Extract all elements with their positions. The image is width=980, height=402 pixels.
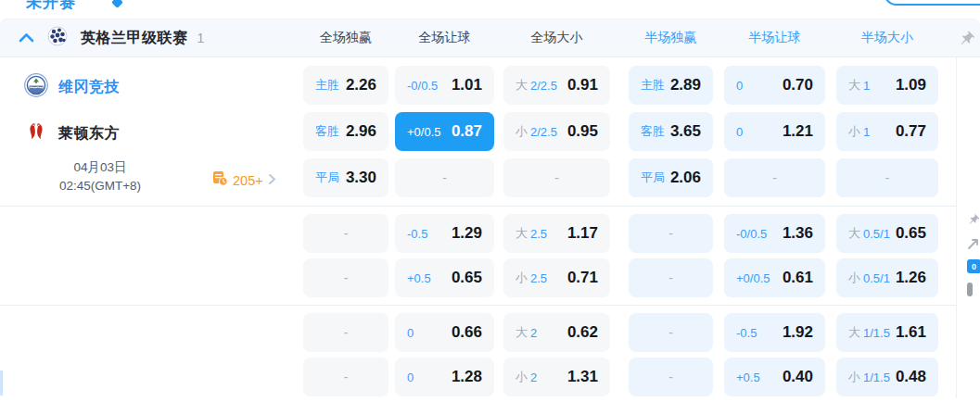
odds-cell[interactable]: -0/0.51.36	[724, 214, 825, 253]
odds-row: -+0.50.65小2.50.71-+0/0.50.61小0.5/11.26	[303, 256, 956, 300]
column-header-4[interactable]: 半场独赢	[629, 30, 713, 46]
odds-cell[interactable]: 01.21	[724, 112, 825, 151]
column-header-1[interactable]: 全场独赢	[303, 30, 388, 46]
odds-cell[interactable]: 大11.09	[836, 66, 938, 105]
home-team[interactable]: 维冈竞技	[24, 73, 120, 101]
column-header-3[interactable]: 全场大小	[503, 30, 610, 46]
away-team-logo-icon	[24, 119, 48, 147]
odds-row: -00.66大20.62--0.51.92大1/1.51.61	[303, 310, 956, 355]
tab-caret-icon	[111, 0, 123, 8]
home-team-logo-icon	[24, 73, 48, 101]
odds-cell[interactable]: 大1/1.51.61	[836, 313, 938, 352]
odds-cell[interactable]: 平局3.30	[303, 158, 388, 197]
odds-group-3: -00.66大20.62--0.51.92大1/1.51.61-01.28小21…	[0, 306, 956, 402]
odds-group-2: --0.51.29大2.51.17--0/0.51.36大0.5/10.65-+…	[0, 207, 956, 306]
odds-cell-empty: -	[303, 214, 388, 253]
match-time: 02:45(GMT+8)	[39, 177, 161, 195]
odds-cell-empty: -	[303, 313, 388, 352]
match-datetime: 04月03日 02:45(GMT+8)	[39, 158, 161, 196]
odds-row: 客胜2.96+0/0.50.87小2/2.50.95客胜3.6501.21小10…	[303, 108, 956, 155]
odds-cell-empty: -	[395, 158, 494, 197]
column-header-2[interactable]: 全场让球	[395, 30, 494, 46]
league-name[interactable]: 英格兰甲级联赛	[81, 29, 188, 48]
away-team[interactable]: 莱顿东方	[24, 119, 120, 147]
right-icon-rail: 0	[956, 57, 980, 398]
odds-cell[interactable]: 01.28	[395, 358, 494, 396]
odds-cell-selected[interactable]: +0/0.50.87	[395, 112, 494, 151]
odds-cell[interactable]: +0/0.50.61	[724, 258, 825, 297]
match-count: 1	[197, 31, 205, 45]
rail-pin-icon[interactable]	[967, 213, 980, 230]
away-team-name: 莱顿东方	[58, 124, 120, 144]
odds-cell[interactable]: 小21.31	[503, 358, 610, 396]
odds-cell[interactable]: 客胜2.96	[303, 112, 388, 151]
odds-row: --0.51.29大2.51.17--0/0.51.36大0.5/10.65	[303, 211, 956, 256]
odds-cell[interactable]: 大2.51.17	[503, 214, 610, 253]
column-header-5[interactable]: 半场让球	[724, 30, 825, 46]
odds-cell-empty: -	[629, 358, 713, 396]
odds-cell[interactable]: 小1/1.50.48	[836, 358, 938, 396]
odds-cell[interactable]: 小2/2.50.95	[503, 112, 610, 151]
column-headers: 全场独赢全场让球全场大小半场独赢半场让球半场大小	[303, 19, 938, 57]
odds-cell-empty: -	[503, 158, 610, 197]
markets-count-icon	[212, 170, 228, 190]
league-icon	[47, 26, 68, 50]
odds-cell[interactable]: 00.70	[724, 66, 825, 105]
odds-cell-empty: -	[629, 313, 713, 352]
match-date: 04月03日	[39, 158, 161, 177]
betting-odds-page: 未开赛 英格兰甲级联赛	[0, 0, 980, 402]
odds-cell[interactable]: 小2.50.71	[503, 258, 610, 297]
markets-count: 205+	[233, 173, 263, 188]
odds-cell-empty: -	[629, 258, 713, 297]
odds-cell[interactable]: 小10.77	[836, 112, 938, 151]
odds-cell[interactable]: -0/0.51.01	[395, 66, 494, 105]
left-edge-scroll-sliver	[0, 371, 3, 396]
pin-icon[interactable]	[958, 30, 975, 51]
odds-cell-empty: -	[724, 158, 825, 197]
collapse-chevron-icon[interactable]	[19, 30, 34, 46]
more-markets-chevron-icon	[268, 172, 276, 189]
rail-blue-badge-icon[interactable]: 0	[967, 259, 980, 273]
odds-cell[interactable]: -0.51.92	[724, 313, 825, 352]
odds-cell[interactable]: 大2/2.50.91	[503, 66, 610, 105]
tab-not-started[interactable]: 未开赛	[26, 0, 76, 13]
league-header: 英格兰甲级联赛 1 全场独赢全场让球全场大小半场独赢半场让球半场大小	[0, 19, 980, 57]
odds-cell[interactable]: 客胜3.65	[629, 112, 713, 151]
top-tab-strip: 未开赛	[0, 0, 980, 19]
odds-cell[interactable]: +0.50.65	[395, 258, 494, 297]
odds-cell-empty: -	[303, 258, 388, 297]
odds-cell-empty: -	[629, 214, 713, 253]
top-right-filter-button[interactable]	[884, 0, 980, 6]
home-team-name: 维冈竞技	[58, 78, 120, 97]
column-header-6[interactable]: 半场大小	[836, 30, 938, 46]
odds-cell[interactable]: 00.66	[395, 313, 494, 352]
odds-cell-empty: -	[303, 358, 388, 396]
odds-row: 主胜2.26-0/0.51.01大2/2.50.91主胜2.8900.70大11…	[303, 62, 956, 108]
odds-row: -01.28小21.31-+0.50.40小1/1.50.48	[303, 355, 956, 399]
more-markets-button[interactable]: 205+	[212, 170, 276, 190]
odds-cell[interactable]: -0.51.29	[395, 214, 494, 253]
odds-cell[interactable]: +0.50.40	[724, 358, 825, 396]
odds-cell[interactable]: 主胜2.89	[629, 66, 713, 105]
odds-cell-empty: -	[836, 158, 938, 197]
odds-cell[interactable]: 大0.5/10.65	[836, 214, 938, 253]
odds-row: 平局3.30--平局2.06--	[303, 155, 956, 201]
odds-cell[interactable]: 小0.5/11.26	[836, 258, 938, 297]
match-info-column: 维冈竞技 莱顿东方 04月03日 02:45(GMT+8)	[0, 57, 303, 207]
odds-cell[interactable]: 主胜2.26	[303, 66, 388, 105]
odds-cell[interactable]: 大20.62	[503, 313, 610, 352]
rail-arrow-icon[interactable]	[967, 237, 979, 254]
odds-cell[interactable]: 平局2.06	[629, 158, 713, 197]
rail-drag-bar[interactable]	[967, 283, 973, 296]
